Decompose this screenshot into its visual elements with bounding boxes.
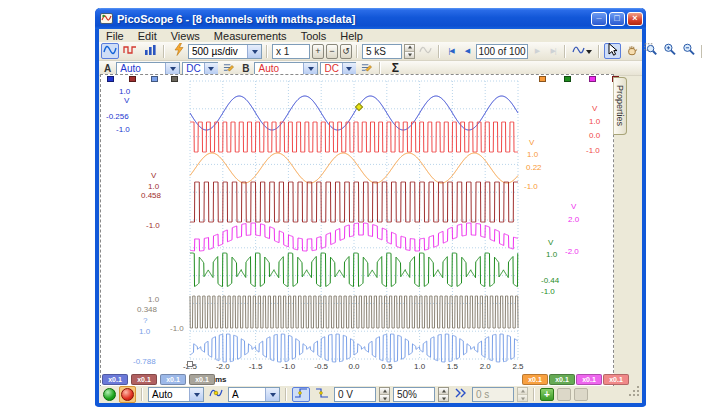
x-axis-tick-label: 2.5 xyxy=(506,363,530,371)
samples-field[interactable]: 5 kS xyxy=(362,44,402,59)
scale-badge[interactable]: x0.1 xyxy=(522,374,548,385)
scope-view[interactable]: 1.0V-0.256-1.0V1.00.0-1.0V1.00.22-1.0V1.… xyxy=(100,74,614,388)
hand-icon xyxy=(625,44,638,59)
channel-b-options-button[interactable] xyxy=(358,62,375,75)
signal-generator-button[interactable] xyxy=(570,43,594,59)
minimize-button[interactable]: _ xyxy=(591,12,607,26)
channel-position-marker[interactable] xyxy=(539,76,546,82)
toolbar-separator xyxy=(379,62,381,75)
chevron-down-icon[interactable] xyxy=(247,45,261,58)
scale-badge[interactable]: x0.1 xyxy=(603,374,629,385)
zoom-out-icon xyxy=(682,43,695,59)
channel-position-marker[interactable] xyxy=(129,76,136,82)
channel-b-range-select[interactable]: Auto xyxy=(254,62,318,75)
chevron-down-icon[interactable] xyxy=(303,63,317,74)
pre-trigger-field[interactable]: 50% xyxy=(393,387,435,402)
next-waveform-icon: ▶ xyxy=(535,47,539,55)
resize-grip[interactable] xyxy=(629,384,641,402)
rapid-trigger-button[interactable] xyxy=(452,387,469,402)
trigger-mode-select[interactable]: Auto xyxy=(148,387,204,402)
close-button[interactable]: × xyxy=(627,12,643,26)
falling-edge-button[interactable] xyxy=(313,387,331,402)
channel-position-marker[interactable] xyxy=(564,76,571,82)
axis-label-magenta-sum: 2.0 xyxy=(568,216,579,224)
title-bar[interactable]: PicoScope 6 - [8 channels with maths.psd… xyxy=(95,8,646,29)
scope-canvas xyxy=(101,75,613,387)
properties-tab[interactable]: Properties xyxy=(613,77,627,135)
axis-label-lightblue-product: 1.0 xyxy=(139,328,150,336)
app-icon xyxy=(100,12,113,25)
trigger-marker-button[interactable] xyxy=(207,387,225,402)
menu-item-edit[interactable]: Edit xyxy=(131,30,164,42)
zoom-factor-reset-button[interactable]: ↺ xyxy=(340,44,352,59)
axis-label-green-product: -0.44 xyxy=(541,277,559,285)
toolbar-separator xyxy=(533,388,535,401)
axis-label-green-product: V xyxy=(548,239,553,247)
scale-badge[interactable]: x0.1 xyxy=(160,374,186,385)
buffer-position-field[interactable]: 100 of 100 xyxy=(476,44,528,59)
menu-item-tools[interactable]: Tools xyxy=(294,30,334,42)
spin-down-icon[interactable] xyxy=(405,51,414,58)
timebase-select[interactable]: 500 µs/div xyxy=(188,44,262,59)
axis-label-orange-sine: V xyxy=(529,139,534,147)
edit-measurement-button xyxy=(557,388,571,401)
channel-a-options-button[interactable] xyxy=(220,62,237,75)
maximize-button[interactable]: □ xyxy=(609,12,625,26)
menu-item-file[interactable]: File xyxy=(99,30,131,42)
zoom-out-tool-button[interactable] xyxy=(680,43,697,59)
pre-trigger-stepper[interactable] xyxy=(438,387,449,402)
trigger-toolbar: Auto A 0 V 50% 0 s + xyxy=(99,386,642,403)
chevron-down-icon[interactable] xyxy=(342,63,356,74)
chevron-down-icon[interactable] xyxy=(165,63,179,74)
scale-badge[interactable]: x0.1 xyxy=(102,374,128,385)
previous-waveform-icon: ◀ xyxy=(465,47,469,55)
hand-tool-button[interactable] xyxy=(623,43,640,59)
channel-a-coupling-select[interactable]: DC xyxy=(182,62,218,75)
delete-measurement-button xyxy=(574,388,588,401)
zoom-factor-field[interactable]: x 1 xyxy=(272,44,310,59)
marquee-zoom-tool-button[interactable] xyxy=(642,43,659,59)
scale-badge[interactable]: x0.1 xyxy=(576,374,602,385)
axis-label-orange-sine: 0.22 xyxy=(526,164,542,172)
start-capture-button[interactable] xyxy=(103,388,116,401)
scale-badge[interactable]: x0.1 xyxy=(131,374,157,385)
buffer-first-button[interactable]: |◀ xyxy=(444,43,458,59)
chevron-down-icon[interactable] xyxy=(204,63,218,74)
x-axis-tick-label: 1.5 xyxy=(440,363,464,371)
waveform-red-square xyxy=(190,122,518,152)
trigger-level-stepper[interactable] xyxy=(379,387,390,402)
channel-position-marker[interactable] xyxy=(171,76,178,82)
trigger-source-select[interactable]: A xyxy=(228,387,280,402)
zoom-factor-decrease-button[interactable]: − xyxy=(326,44,338,59)
chevron-down-icon[interactable] xyxy=(189,388,203,401)
scale-badge[interactable]: x0.1 xyxy=(549,374,575,385)
normal-selection-tool-button[interactable] xyxy=(604,43,621,59)
persistence-mode-button[interactable] xyxy=(121,43,139,59)
channel-position-marker[interactable] xyxy=(151,76,158,82)
channel-position-marker[interactable] xyxy=(589,76,596,82)
toolbar-separator xyxy=(438,45,440,58)
samples-stepper[interactable] xyxy=(404,44,415,59)
rising-edge-button[interactable] xyxy=(292,387,310,402)
add-measurement-button[interactable]: + xyxy=(540,388,554,401)
connect-device-button[interactable] xyxy=(169,43,186,59)
channel-position-marker[interactable] xyxy=(107,76,114,82)
scope-mode-button[interactable] xyxy=(101,43,119,59)
trigger-point-marker[interactable] xyxy=(187,361,193,367)
scale-badge[interactable]: x0.1 xyxy=(189,374,215,385)
chevron-down-icon[interactable] xyxy=(265,388,279,401)
menu-item-measurements[interactable]: Measurements xyxy=(207,30,294,42)
menu-item-views[interactable]: Views xyxy=(164,30,207,42)
spectrum-mode-button[interactable] xyxy=(141,43,159,59)
trigger-level-field[interactable]: 0 V xyxy=(334,387,376,402)
stop-capture-button[interactable] xyxy=(121,388,134,401)
buffer-previous-button[interactable]: ◀ xyxy=(460,43,474,59)
x-axis-unit-label: ms xyxy=(215,375,227,384)
channel-a-range-select[interactable]: Auto xyxy=(116,62,180,75)
axis-label-blue-sine: 1.0 xyxy=(119,88,130,96)
math-channels-button[interactable]: Σ xyxy=(385,62,405,75)
zoom-factor-increase-button[interactable]: + xyxy=(312,44,324,59)
menu-item-help[interactable]: Help xyxy=(333,30,370,42)
zoom-in-tool-button[interactable] xyxy=(661,43,678,59)
channel-b-coupling-select[interactable]: DC xyxy=(320,62,356,75)
